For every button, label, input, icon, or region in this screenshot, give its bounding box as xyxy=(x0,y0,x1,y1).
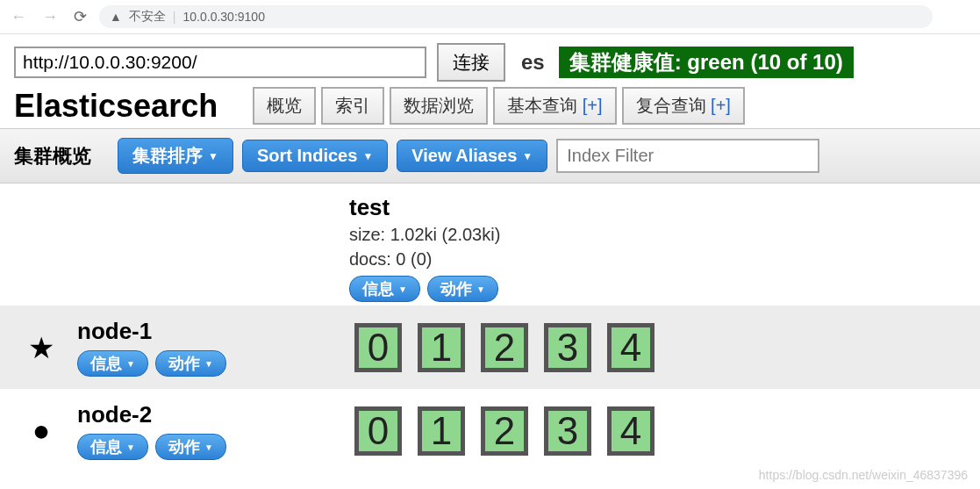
index-filter-input[interactable] xyxy=(556,139,819,173)
cluster-toolbar: 集群概览 集群排序▼ Sort Indices▼ View Aliases▼ xyxy=(0,128,980,183)
chevron-down-icon: ▼ xyxy=(126,359,135,369)
sort-cluster-button[interactable]: 集群排序▼ xyxy=(118,138,233,174)
shard-box[interactable]: 2 xyxy=(481,406,528,456)
shard-box[interactable]: 0 xyxy=(354,323,402,372)
title-row: Elasticsearch 概览 索引 数据浏览 基本查询 [+] 复合查询 [… xyxy=(0,87,980,125)
chevron-down-icon: ▼ xyxy=(522,150,533,162)
chevron-down-icon: ▼ xyxy=(126,442,135,452)
chevron-down-icon: ▼ xyxy=(204,442,213,452)
address-text: 10.0.0.30:9100 xyxy=(183,10,265,24)
shard-box[interactable]: 4 xyxy=(607,323,655,372)
address-bar[interactable]: ▲ 不安全 | 10.0.0.30:9100 xyxy=(99,5,933,28)
view-aliases-button[interactable]: View Aliases▼ xyxy=(397,140,547,172)
index-info: test size: 1.02ki (2.03ki) docs: 0 (0) 信… xyxy=(342,191,507,306)
tab-compound-query[interactable]: 复合查询 [+] xyxy=(622,87,745,125)
shard-box[interactable]: 4 xyxy=(607,406,655,456)
index-info-button[interactable]: 信息▼ xyxy=(349,276,420,302)
cluster-name: es xyxy=(521,50,545,75)
tab-basic-query[interactable]: 基本查询 [+] xyxy=(493,87,616,125)
circle-icon: ● xyxy=(21,413,61,448)
watermark: https://blog.csdn.net/weixin_46837396 xyxy=(759,468,968,482)
node-info-button[interactable]: 信息▼ xyxy=(77,434,148,460)
chevron-down-icon: ▼ xyxy=(204,359,213,369)
node-row: ● node-2 信息▼ 动作▼ 0 1 2 3 4 xyxy=(0,389,980,472)
chevron-down-icon: ▼ xyxy=(398,284,407,294)
forward-icon[interactable]: → xyxy=(39,6,61,28)
node-name: node-2 xyxy=(77,401,226,428)
browser-toolbar: ← → ⟳ ▲ 不安全 | 10.0.0.30:9100 xyxy=(0,0,980,34)
chevron-down-icon: ▼ xyxy=(362,150,373,162)
node-info-button[interactable]: 信息▼ xyxy=(77,350,148,377)
index-size: size: 1.02ki (2.03ki) xyxy=(349,223,500,246)
node-row: ★ node-1 信息▼ 动作▼ 0 1 2 3 4 xyxy=(0,306,980,389)
reload-icon[interactable]: ⟳ xyxy=(70,5,90,28)
node-action-button[interactable]: 动作▼ xyxy=(155,434,226,460)
tab-browse[interactable]: 数据浏览 xyxy=(390,87,488,125)
node-action-button[interactable]: 动作▼ xyxy=(155,350,226,377)
app-title: Elasticsearch xyxy=(14,88,218,125)
health-badge: 集群健康值: green (10 of 10) xyxy=(559,47,854,78)
shard-box[interactable]: 1 xyxy=(418,323,465,372)
shard-box[interactable]: 3 xyxy=(544,406,591,456)
shard-box[interactable]: 3 xyxy=(544,323,591,372)
shard-box[interactable]: 1 xyxy=(418,406,465,456)
insecure-label: 不安全 xyxy=(129,9,166,25)
index-docs: docs: 0 (0) xyxy=(349,248,500,270)
sort-indices-button[interactable]: Sort Indices▼ xyxy=(242,140,388,172)
back-icon[interactable]: ← xyxy=(7,6,30,28)
warning-icon: ▲ xyxy=(110,10,122,24)
tabs: 概览 索引 数据浏览 基本查询 [+] 复合查询 [+] xyxy=(253,87,745,125)
cluster-grid: test size: 1.02ki (2.03ki) docs: 0 (0) 信… xyxy=(0,183,980,472)
shard-box[interactable]: 2 xyxy=(481,323,528,372)
connect-button[interactable]: 连接 xyxy=(437,43,505,82)
shards-row: 0 1 2 3 4 xyxy=(342,406,655,456)
star-icon: ★ xyxy=(21,330,61,365)
node-name: node-1 xyxy=(77,318,226,345)
tab-overview[interactable]: 概览 xyxy=(253,87,316,125)
connect-row: 连接 es 集群健康值: green (10 of 10) xyxy=(0,34,980,87)
index-action-button[interactable]: 动作▼ xyxy=(427,276,498,302)
toolbar-title: 集群概览 xyxy=(14,143,91,169)
chevron-down-icon: ▼ xyxy=(208,150,218,162)
tab-indices[interactable]: 索引 xyxy=(321,87,384,125)
cluster-url-input[interactable] xyxy=(14,47,426,78)
chevron-down-icon: ▼ xyxy=(476,284,485,294)
shard-box[interactable]: 0 xyxy=(354,406,402,456)
index-name: test xyxy=(349,194,500,221)
index-header-row: test size: 1.02ki (2.03ki) docs: 0 (0) 信… xyxy=(0,183,980,306)
shards-row: 0 1 2 3 4 xyxy=(342,323,655,372)
